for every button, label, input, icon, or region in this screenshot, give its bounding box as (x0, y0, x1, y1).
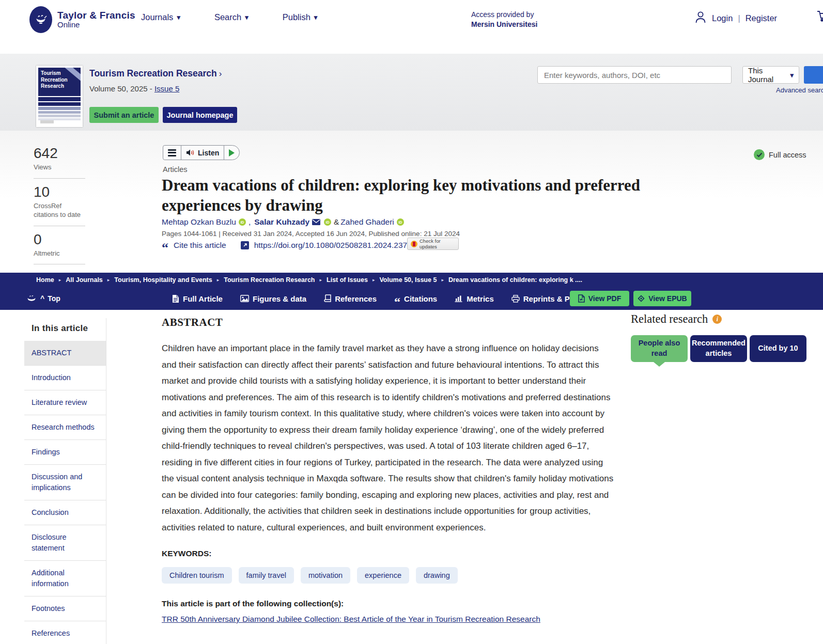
doi-link[interactable]: https://doi.org/10.1080/02508281.2024.23… (254, 241, 425, 250)
tab-recommended-articles[interactable]: Recommended articles (690, 335, 747, 362)
advanced-search-link[interactable]: Advanced search (776, 86, 823, 94)
tab-references[interactable]: References (324, 294, 377, 303)
keyword-pill[interactable]: drawing (416, 567, 458, 584)
orcid-icon[interactable]: iD (397, 218, 404, 226)
full-access-indicator: Full access (754, 149, 806, 160)
tab-people-also-read[interactable]: People also read (631, 335, 688, 362)
collection-link[interactable]: TRR 50th Anniversary Diamond Jubilee Col… (162, 615, 554, 624)
access-provided: Access provided by Mersin Universitesi (471, 10, 537, 28)
chevron-down-icon: ▾ (177, 13, 180, 21)
brand-name: Taylor & Francis (57, 10, 135, 21)
tandf-lamp-icon (29, 6, 52, 33)
sidebar-item-introduction[interactable]: Introduction (24, 366, 106, 390)
sidebar-item-additional-info[interactable]: Additional information (24, 561, 106, 596)
info-icon[interactable]: i (712, 315, 722, 324)
keyword-pill[interactable]: Children tourism (162, 567, 232, 584)
journal-homepage-button[interactable]: Journal homepage (163, 107, 237, 123)
nav-item-search[interactable]: Search ▾ (214, 12, 249, 22)
quote-icon: “ (162, 244, 168, 252)
breadcrumb-separator-icon: ▸ (217, 277, 220, 282)
author-link[interactable]: Salar Kuhzady (254, 217, 309, 227)
active-tab-pointer (654, 362, 665, 367)
journal-search-input[interactable] (537, 66, 732, 84)
tandf-logo[interactable]: Taylor & Francis Online (29, 6, 135, 33)
views-value: 642 (34, 145, 85, 162)
nav-item-publish[interactable]: Publish ▾ (283, 12, 318, 22)
tab-metrics[interactable]: Metrics (455, 294, 494, 303)
login-link[interactable]: Login (712, 13, 733, 23)
breadcrumb-separator-icon: ▸ (320, 277, 322, 282)
tab-figures-data[interactable]: Figures & data (240, 294, 306, 303)
site-header: Taylor & Francis Online Journals ▾ Searc… (0, 0, 823, 54)
breadcrumb-current: Dream vacations of children: exploring k… (448, 276, 582, 284)
tandf-lamp-icon (26, 295, 37, 302)
keyword-pill[interactable]: motivation (301, 567, 350, 584)
author-list: Mehtap Ozkan BuzluiD, Salar Kuhzady iD &… (162, 217, 405, 227)
view-pdf-button[interactable]: View PDF (570, 291, 629, 306)
listen-widget[interactable]: Listen (163, 145, 240, 160)
sidebar-item-research-methods[interactable]: Research methods (24, 415, 106, 440)
sidebar-item-footnotes[interactable]: Footnotes (24, 596, 106, 621)
cite-this-article-link[interactable]: Cite this article (174, 241, 226, 250)
keyword-pill[interactable]: experience (357, 567, 409, 584)
breadcrumb-item[interactable]: Volume 50, Issue 5 (379, 276, 437, 284)
listen-play-button[interactable] (224, 146, 239, 160)
tab-cited-by[interactable]: Cited by 10 (750, 335, 806, 362)
sidebar-item-abstract[interactable]: ABSTRACT (24, 341, 106, 366)
nav-item-journals[interactable]: Journals ▾ (141, 12, 180, 22)
user-icon (694, 10, 707, 26)
orcid-icon[interactable]: iD (239, 218, 246, 226)
listen-button[interactable]: Listen (181, 146, 224, 160)
orcid-icon[interactable]: iD (324, 218, 331, 226)
check-for-updates-badge[interactable]: Check for updates (407, 238, 459, 250)
keyword-pill[interactable]: family travel (239, 567, 294, 584)
brand-online: Online (57, 21, 135, 29)
cart-icon[interactable] (817, 9, 823, 25)
search-scope-select[interactable]: This Journal ▾ (742, 66, 799, 84)
view-epub-button[interactable]: View EPUB (633, 291, 691, 306)
sidebar-item-disclosure[interactable]: Disclosure statement (24, 525, 106, 561)
altmetric-value: 0 (34, 231, 85, 248)
author-link[interactable]: Zahed Ghaderi (340, 217, 394, 227)
breadcrumb-separator-icon: ▸ (107, 277, 110, 282)
book-icon (324, 294, 331, 303)
external-link-icon (241, 241, 249, 249)
keywords-label: KEYWORDS: (162, 549, 614, 558)
tab-full-article[interactable]: Full Article (172, 294, 223, 303)
quote-icon: “ (394, 299, 400, 304)
breadcrumb-separator-icon: ▸ (372, 277, 375, 282)
article-type-label: Articles (163, 165, 188, 174)
epub-diamond-icon (638, 295, 645, 302)
speaker-icon (186, 149, 195, 156)
tab-citations[interactable]: “ Citations (394, 294, 437, 303)
collections-label: This article is part of the following co… (162, 599, 614, 608)
search-submit-button[interactable] (804, 66, 823, 84)
submit-article-button[interactable]: Submit an article (89, 107, 159, 123)
sidebar-item-literature-review[interactable]: Literature review (24, 390, 106, 415)
login-area: Login | Register (694, 10, 777, 26)
breadcrumb-item[interactable]: All Journals (66, 276, 103, 284)
author-link[interactable]: Mehtap Ozkan Buzlu (162, 217, 236, 227)
bar-chart-icon (455, 295, 463, 302)
breadcrumb-item[interactable]: Home (36, 276, 54, 284)
sidebar-item-findings[interactable]: Findings (24, 440, 106, 465)
abstract-heading: ABSTRACT (162, 316, 614, 329)
crossref-value: 10 (34, 184, 85, 200)
register-link[interactable]: Register (746, 13, 777, 23)
back-to-top-link[interactable]: ^Top (26, 294, 60, 303)
sidebar-item-conclusion[interactable]: Conclusion (24, 500, 106, 525)
listen-menu-button[interactable] (163, 146, 181, 160)
play-icon (229, 149, 235, 156)
abstract-section: ABSTRACT Children have an important plac… (162, 310, 614, 624)
altmetric-metric: 0 Altmetric (34, 231, 85, 265)
main-nav: Journals ▾ Search ▾ Publish ▾ (141, 12, 317, 22)
sidebar-item-references[interactable]: References (24, 621, 106, 644)
issue-link[interactable]: Issue 5 (154, 84, 179, 93)
breadcrumb-item[interactable]: Tourism Recreation Research (224, 276, 315, 284)
email-icon[interactable] (312, 219, 320, 225)
breadcrumb-item[interactable]: List of Issues (327, 276, 368, 284)
sidebar-item-discussion[interactable]: Discussion and implications (24, 465, 106, 500)
journal-cover[interactable]: Tourism Recreation Research (36, 66, 83, 127)
journal-title-link[interactable]: Tourism Recreation Research› (89, 68, 222, 79)
breadcrumb-item[interactable]: Tourism, Hospitality and Events (114, 276, 212, 284)
